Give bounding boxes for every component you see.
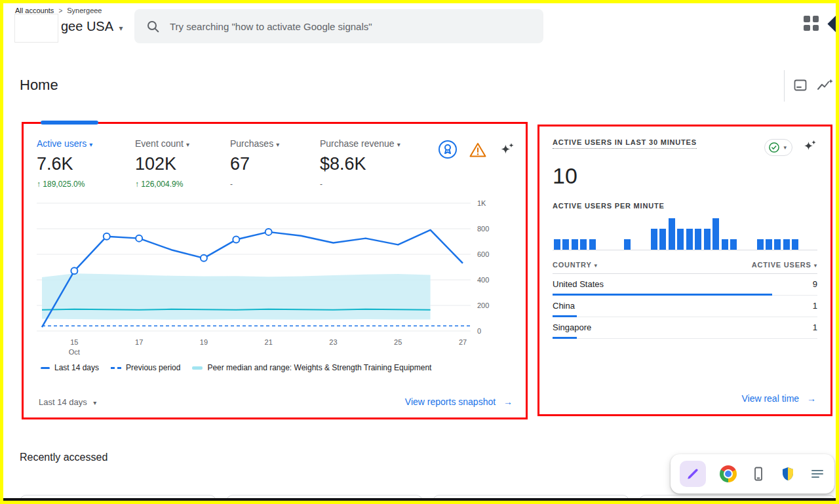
minute-bar — [756, 239, 764, 250]
active-users-column-header[interactable]: ACTIVE USERS▾ — [752, 261, 817, 269]
up-arrow-icon: ↑ — [135, 180, 139, 189]
card-icon-cluster — [438, 140, 515, 162]
realtime-table-header: COUNTRY▾ ACTIVE USERS▾ — [553, 261, 817, 274]
minute-bar — [694, 229, 703, 250]
table-row[interactable]: China 1 — [553, 296, 817, 317]
legend-peer-median: Peer median and range: Weights & Strengt… — [192, 363, 431, 372]
metric-selector[interactable]: Active users▾ — [37, 138, 135, 149]
minute-bar — [667, 218, 676, 250]
country-name: United States — [553, 279, 604, 289]
minute-bar — [561, 239, 570, 250]
global-search[interactable] — [134, 9, 543, 43]
chevron-down-icon: ▾ — [595, 262, 598, 269]
minute-bar — [676, 229, 685, 250]
overview-card: Active users▾ 7.6K ↑ 189,025.0% Event co… — [22, 122, 528, 419]
per-minute-label: ACTIVE USERS PER MINUTE — [553, 202, 817, 210]
minute-bar — [703, 229, 711, 250]
chevron-down-icon: ▾ — [276, 141, 279, 148]
dashed-line-swatch — [111, 367, 121, 369]
search-input[interactable] — [170, 21, 532, 32]
security-shield-icon[interactable] — [780, 466, 796, 482]
metric-change: ↑ 189,025.0% — [37, 180, 135, 189]
chevron-down-icon: ▾ — [814, 262, 817, 269]
minute-bar — [720, 239, 729, 250]
floating-toolbar — [671, 454, 834, 494]
insights-icon[interactable] — [817, 78, 834, 95]
chevron-down-icon: ▾ — [89, 141, 92, 148]
arrow-right-icon: → — [503, 397, 513, 407]
metric-selector[interactable]: Purchase revenue▾ — [320, 138, 431, 149]
breadcrumb-account[interactable]: Synergeee — [67, 7, 102, 14]
active-users-line-chart: 02004006008001K15Oct171921232527 — [37, 195, 503, 357]
country-name: Singapore — [553, 322, 591, 332]
svg-text:800: 800 — [477, 225, 489, 233]
pen-tool-button[interactable] — [680, 461, 706, 487]
view-real-time-link[interactable]: View real time → — [741, 393, 816, 404]
minute-bar — [764, 239, 773, 250]
chevron-down-icon: ▾ — [783, 144, 787, 151]
phone-icon[interactable] — [751, 466, 766, 482]
page-title: Home — [20, 77, 58, 94]
account-switcher[interactable]: gee USA ▾ — [61, 19, 123, 34]
metric-change: - — [230, 180, 320, 189]
trend-chart: 02004006008001K15Oct171921232527 — [37, 195, 513, 357]
country-bar — [553, 294, 817, 296]
metric-change: ↑ 126,004.9% — [135, 180, 230, 189]
country-name: China — [553, 301, 575, 311]
overview-card-footer: Last 14 days ▾ View reports snapshot → — [39, 397, 513, 407]
svg-text:27: 27 — [459, 338, 467, 346]
ga4-home-page: All accounts > Synergeee gee USA ▾ Home — [0, 0, 839, 504]
country-users: 1 — [813, 301, 817, 311]
customize-report-icon[interactable] — [793, 78, 808, 95]
minute-bar — [553, 239, 561, 250]
svg-text:400: 400 — [477, 276, 489, 284]
svg-text:17: 17 — [135, 338, 143, 346]
chevron-down-icon: ▾ — [119, 24, 123, 33]
warning-icon[interactable] — [469, 141, 487, 161]
gemini-sparkle-icon[interactable] — [802, 138, 817, 157]
metric-event-count: Event count▾ 102K ↑ 126,004.9% — [135, 138, 230, 189]
metric-value: 102K — [135, 154, 230, 174]
chevron-down-icon: ▾ — [93, 399, 96, 406]
chart-legend: Last 14 days Previous period Peer median… — [41, 363, 526, 372]
metric-selector[interactable]: Purchases▾ — [230, 138, 320, 149]
minute-bar — [729, 239, 737, 250]
country-bar — [553, 337, 817, 339]
country-bar — [553, 315, 817, 317]
minute-bar — [588, 239, 596, 250]
menu-lines-icon[interactable] — [810, 466, 825, 482]
benchmarking-badge-icon[interactable] — [438, 140, 458, 162]
country-users: 9 — [813, 279, 817, 289]
active-users-30min-value: 10 — [553, 163, 817, 189]
minute-bar — [650, 229, 658, 250]
gemini-sparkle-icon[interactable] — [498, 141, 515, 161]
view-reports-snapshot-link[interactable]: View reports snapshot → — [405, 397, 513, 407]
svg-text:21: 21 — [265, 338, 273, 346]
metric-selector[interactable]: Event count▾ — [135, 138, 230, 149]
country-users: 1 — [813, 322, 817, 332]
band-swatch — [192, 366, 203, 370]
svg-text:Oct: Oct — [69, 348, 80, 356]
chevron-down-icon: ▾ — [397, 141, 400, 148]
date-range-selector[interactable]: Last 14 days ▾ — [39, 397, 96, 407]
svg-text:23: 23 — [329, 338, 337, 346]
account-switcher-label: gee USA — [61, 19, 113, 33]
minute-bar — [711, 218, 720, 250]
minute-bar — [659, 229, 667, 250]
metric-value: $8.6K — [320, 154, 431, 174]
metric-purchase-revenue: Purchase revenue▾ $8.6K - — [320, 138, 431, 189]
recently-accessed-title: Recently accessed — [20, 452, 107, 463]
table-row[interactable]: United States 9 — [553, 274, 817, 296]
google-apps-grid-icon[interactable] — [804, 16, 819, 31]
avatar[interactable] — [827, 11, 839, 36]
metric-purchases: Purchases▾ 67 - — [230, 138, 320, 189]
table-row[interactable]: Singapore 1 — [553, 317, 817, 339]
realtime-status-dropdown[interactable]: ▾ — [764, 139, 792, 156]
breadcrumb-chevron-icon: > — [58, 7, 62, 14]
chrome-icon[interactable] — [720, 465, 737, 482]
minute-bar — [579, 239, 587, 250]
minute-bar — [570, 239, 579, 250]
minute-bar — [685, 229, 693, 250]
country-column-header[interactable]: COUNTRY▾ — [553, 261, 598, 269]
legend-last-14-days: Last 14 days — [41, 363, 99, 372]
